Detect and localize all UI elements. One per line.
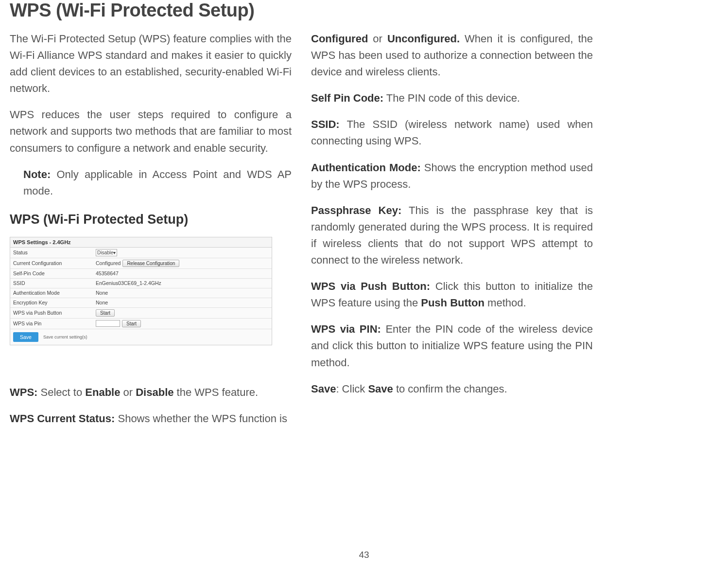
- save-row: Save Save current setting(s): [10, 329, 272, 345]
- ssid-paragraph: SSID: The SSID (wireless network name) u…: [311, 116, 593, 149]
- note-text: Only applicable in Access Point and WDS …: [23, 168, 292, 197]
- left-column: The Wi-Fi Protected Setup (WPS) feature …: [10, 31, 292, 437]
- row-auth: Authentication Mode None: [10, 288, 272, 298]
- status-label: Status: [13, 249, 96, 255]
- enc-value: None: [96, 300, 108, 305]
- row-push-button: WPS via Push Button Start: [10, 308, 272, 319]
- wps-label: WPS:: [10, 386, 37, 398]
- configured-paragraph: Configured or Unconfigured. When it is c…: [311, 31, 593, 80]
- pin-paragraph: WPS via PIN: Enter the PIN code of the w…: [311, 321, 593, 371]
- row-pin-via: WPS via Pin Start: [10, 319, 272, 329]
- row-encryption: Encryption Key None: [10, 298, 272, 308]
- release-configuration-button[interactable]: Release Configuration: [122, 260, 179, 267]
- push-label: WPS via Push Button: [13, 310, 96, 316]
- cc-label: Current Configuration: [13, 260, 96, 266]
- ssid-value: EnGenius03CE69_1-2.4GHz: [96, 280, 161, 286]
- row-self-pin: Self-Pin Code 45358647: [10, 269, 272, 279]
- wps-pin-start-button[interactable]: Start: [122, 320, 141, 327]
- save-button[interactable]: Save: [13, 332, 38, 342]
- save-hint: Save current setting(s): [43, 335, 87, 339]
- save-paragraph: Save: Click Save to confirm the changes.: [311, 381, 593, 397]
- note-block: Note: Only applicable in Access Point an…: [10, 166, 292, 199]
- note-label: Note:: [23, 168, 51, 180]
- intro-paragraph-1: The Wi-Fi Protected Setup (WPS) feature …: [10, 31, 292, 97]
- wps-pin-input[interactable]: [96, 320, 120, 327]
- status-select[interactable]: Disable ▾: [96, 249, 117, 256]
- wps-status-definition: WPS Current Status: Shows whether the WP…: [10, 410, 292, 427]
- auth-value: None: [96, 290, 108, 296]
- push-button-paragraph: WPS via Push Button: Click this button t…: [311, 278, 593, 311]
- two-column-layout: The Wi-Fi Protected Setup (WPS) feature …: [10, 31, 718, 437]
- row-ssid: SSID EnGenius03CE69_1-2.4GHz: [10, 279, 272, 288]
- status-label-def: WPS Current Status:: [10, 412, 115, 425]
- ssid-label: SSID: [13, 280, 96, 286]
- cc-value: Configured: [96, 260, 121, 266]
- pin-via-label: WPS via Pin: [13, 321, 96, 326]
- pin-label: Self-Pin Code: [13, 270, 96, 276]
- auth-label: Authentication Mode: [13, 290, 96, 296]
- intro-paragraph-2: WPS reduces the user steps required to c…: [10, 107, 292, 156]
- wps-push-start-button[interactable]: Start: [96, 309, 115, 317]
- wps-definition: WPS: Select to Enable or Disable the WPS…: [10, 384, 292, 401]
- right-column: Configured or Unconfigured. When it is c…: [311, 31, 593, 437]
- page-number: 43: [359, 550, 369, 560]
- row-current-config: Current Configuration Configured Release…: [10, 258, 272, 269]
- enc-label: Encryption Key: [13, 300, 96, 305]
- passphrase-paragraph: Passphrase Key: This is the passphrase k…: [311, 202, 593, 268]
- wps-settings-panel: WPS Settings - 2.4GHz Status Disable ▾ C…: [10, 237, 272, 345]
- panel-header: WPS Settings - 2.4GHz: [10, 237, 272, 248]
- pin-value: 45358647: [96, 270, 119, 276]
- auth-paragraph: Authentication Mode: Shows the encryptio…: [311, 160, 593, 193]
- self-pin-paragraph: Self Pin Code: The PIN code of this devi…: [311, 90, 593, 107]
- row-status: Status Disable ▾: [10, 248, 272, 258]
- section-header: WPS (Wi-Fi Protected Setup): [10, 212, 292, 227]
- page-title: WPS (Wi-Fi Protected Setup): [10, 0, 718, 21]
